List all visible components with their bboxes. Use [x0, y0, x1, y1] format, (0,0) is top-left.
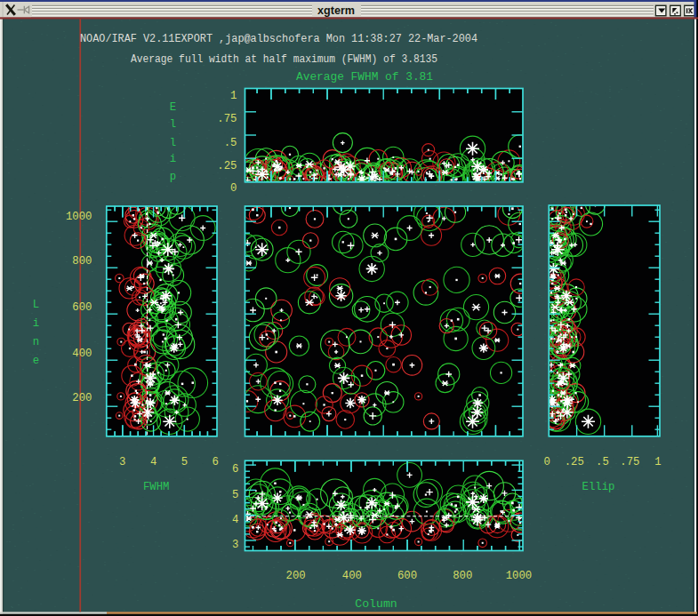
svg-text:400: 400 — [342, 570, 362, 582]
svg-text:3: 3 — [232, 539, 238, 551]
svg-text:E: E — [170, 101, 176, 114]
svg-text:600: 600 — [397, 570, 417, 582]
svg-text:Column: Column — [355, 597, 397, 611]
svg-text:800: 800 — [72, 255, 92, 268]
svg-text:1000: 1000 — [66, 211, 92, 223]
svg-text:1: 1 — [654, 456, 661, 468]
svg-text:4: 4 — [150, 456, 156, 468]
svg-text:.25: .25 — [565, 456, 584, 468]
svg-text:.25: .25 — [217, 160, 237, 172]
svg-text:L: L — [33, 299, 39, 311]
svg-text:Average FWHM of 3.81: Average FWHM of 3.81 — [296, 71, 433, 84]
svg-text:l: l — [170, 137, 176, 149]
svg-text:200: 200 — [286, 570, 306, 582]
svg-text:l: l — [170, 118, 176, 131]
svg-text:i: i — [170, 153, 176, 165]
svg-text:0: 0 — [230, 182, 237, 195]
svg-text:p: p — [170, 171, 176, 183]
svg-text:i: i — [33, 317, 39, 330]
svg-text:6: 6 — [232, 463, 238, 476]
svg-text:200: 200 — [72, 392, 92, 404]
svg-text:.75: .75 — [620, 456, 639, 468]
svg-text:800: 800 — [453, 570, 472, 582]
svg-text:Average full width at half max: Average full width at half maximum (FWHM… — [131, 53, 437, 66]
svg-text:xgterm: xgterm — [317, 4, 355, 17]
svg-text:e: e — [33, 355, 39, 367]
svg-text:400: 400 — [72, 348, 92, 360]
svg-text:n: n — [33, 336, 39, 348]
svg-text:4: 4 — [232, 514, 238, 526]
svg-text:1: 1 — [230, 90, 237, 102]
svg-text:6: 6 — [212, 456, 218, 468]
svg-text:3: 3 — [119, 456, 125, 468]
svg-text:5: 5 — [181, 456, 188, 468]
svg-text:.5: .5 — [224, 137, 237, 149]
svg-text:FWHM: FWHM — [143, 481, 170, 493]
svg-text:.5: .5 — [596, 456, 609, 468]
svg-text:.75: .75 — [217, 113, 237, 125]
svg-text:600: 600 — [72, 301, 92, 314]
svg-text:NOAO/IRAF V2.11EXPORT ,jap@alb: NOAO/IRAF V2.11EXPORT ,jap@albschofera M… — [80, 33, 477, 45]
svg-text:0: 0 — [544, 456, 550, 468]
svg-text:5: 5 — [232, 489, 238, 501]
svg-text:Ellip: Ellip — [582, 481, 615, 493]
svg-text:1000: 1000 — [506, 570, 533, 582]
